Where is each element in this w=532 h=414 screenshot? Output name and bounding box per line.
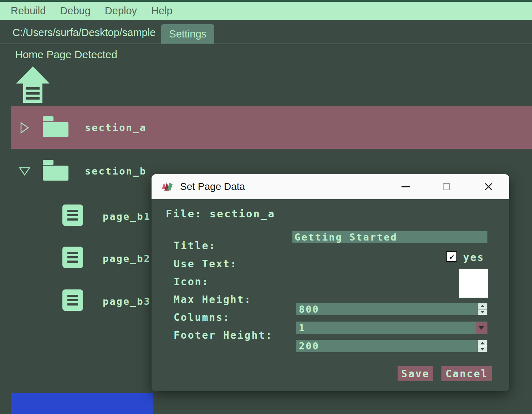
tree-label: page_b3 [103,296,151,307]
page-icon [62,289,83,313]
close-button[interactable] [480,174,497,199]
spin-up-icon[interactable] [478,340,487,346]
folder-icon [43,116,68,139]
save-button[interactable]: Save [398,366,433,381]
footer-height-spinbox[interactable]: 200 [296,340,487,352]
home-icon [16,66,50,105]
columns-dropdown[interactable]: 1 [296,322,487,334]
menu-item-debug[interactable]: Debug [60,5,90,17]
page-icon [62,247,83,270]
columns-label: Columns: [174,312,230,323]
menu-bar: Rebuild Debug Deploy Help [0,2,532,20]
tab-project-path[interactable]: C:/Users/surfa/Desktop/sample [12,27,155,44]
dialog-title: Set Page Data [180,181,245,192]
icon-label: Icon: [174,276,209,288]
menu-item-deploy[interactable]: Deploy [105,5,137,17]
background-window-panel [11,393,153,414]
minimize-button[interactable] [398,174,414,199]
menu-item-rebuild[interactable]: Rebuild [11,5,46,17]
tree-label: page_b2 [103,253,151,264]
use-text-checkbox[interactable]: ✔ [446,251,457,262]
tab-bar: C:/Users/surfa/Desktop/sample Settings [0,20,532,44]
spin-down-icon[interactable] [478,346,487,352]
expander-expanded-icon[interactable] [19,167,31,176]
maximize-icon [443,183,450,190]
footer-height-value: 200 [299,340,319,352]
max-height-spinbox[interactable]: 800 [296,303,487,315]
use-text-checkbox-label: yes [463,252,485,263]
spin-down-icon[interactable] [478,309,487,315]
tree-label: section_a [85,122,147,133]
max-height-value: 800 [299,304,319,315]
page-icon [62,205,83,228]
minimize-icon [401,186,410,187]
footer-height-label: Footer Height: [174,329,273,341]
title-input[interactable]: Getting Started [292,231,487,243]
spin-up-icon[interactable] [478,303,487,309]
dialog-titlebar[interactable]: Set Page Data [152,174,509,199]
title-label: Title: [174,240,216,252]
close-icon [484,182,493,191]
checkmark-icon: ✔ [449,252,454,261]
columns-value: 1 [299,322,306,333]
menu-item-help[interactable]: Help [151,5,173,17]
maximize-button[interactable] [438,174,455,199]
tab-settings[interactable]: Settings [161,24,214,44]
app-logo-icon [161,181,174,193]
spinner-buttons [478,303,487,315]
title-input-value: Getting Started [295,232,398,243]
home-page-status: Home Page Detected [15,49,117,61]
dropdown-arrow-icon[interactable] [476,322,487,334]
use-text-label: Use Text: [174,258,237,270]
file-label: File: section_a [166,208,275,220]
cancel-button[interactable]: Cancel [441,366,492,381]
dialog-body: File: section_a Title: Use Text: Icon: M… [152,199,509,391]
spinner-buttons [478,340,487,352]
tree-row-section-a[interactable]: section_a [11,106,532,149]
folder-icon [43,160,68,183]
tree-label: section_b [85,166,147,177]
max-height-label: Max Height: [174,294,251,306]
tree-label: page_b1 [103,211,151,222]
icon-picker-button[interactable] [459,269,488,298]
set-page-data-dialog: Set Page Data File: section_a Title: Use… [152,174,509,391]
expander-collapsed-icon[interactable] [19,122,31,134]
